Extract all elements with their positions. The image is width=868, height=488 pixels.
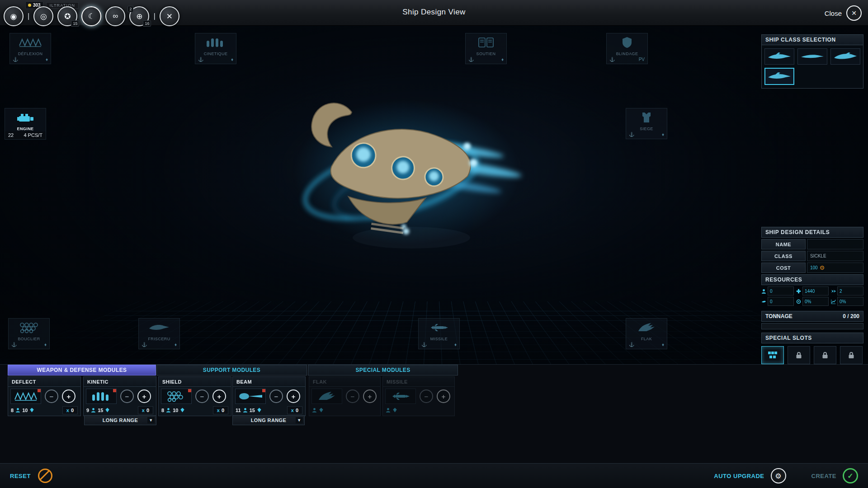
add-missile-button[interactable]: + xyxy=(437,389,450,403)
close-button[interactable]: Close ✕ xyxy=(825,5,862,21)
crew-icon xyxy=(312,408,317,413)
empire-icon[interactable]: ◎ xyxy=(33,6,53,26)
slot-label: FLAK xyxy=(626,337,667,342)
siege-slot-icon xyxy=(626,108,667,127)
ship-class-thumb-3[interactable] xyxy=(830,48,860,65)
tab-weapon-defense-modules[interactable]: WEAPON & DEFENSE MODULES xyxy=(8,365,156,375)
ship-class-thumb-2[interactable] xyxy=(797,48,827,65)
create-check-icon[interactable]: ✓ xyxy=(843,468,858,483)
reset-button[interactable]: RESET xyxy=(10,473,31,479)
gem-icon xyxy=(257,408,262,413)
slot-engine[interactable]: ENGINE 22 4 PCS/T xyxy=(5,108,46,140)
kinetic-range-dropdown[interactable]: LONG RANGE ▼ xyxy=(84,415,156,425)
create-button[interactable]: CREATE xyxy=(811,473,836,479)
crew-icon xyxy=(15,408,20,413)
cost-row: COST 100 ⚙ xyxy=(761,263,863,273)
industry-cost: 10 xyxy=(22,408,28,413)
special-slot-3-locked[interactable] xyxy=(814,346,836,364)
remove-kinetic-button[interactable]: − xyxy=(120,389,134,403)
slot-cinetique[interactable]: CINETIQUE ⚓♦ xyxy=(195,33,236,64)
diplomacy-icon[interactable]: ∞ xyxy=(105,6,125,26)
add-beam-button[interactable]: + xyxy=(287,389,300,403)
resource-value: 1440 xyxy=(802,286,829,296)
kinetic-slot-icon xyxy=(195,33,236,52)
slot-siege[interactable]: SIEGE ⚓♦ xyxy=(626,108,667,139)
remove-missile-button[interactable]: − xyxy=(420,389,433,403)
shield-slot-icon xyxy=(9,319,49,337)
name-label: NAME xyxy=(761,239,806,249)
special-slot-4-locked[interactable] xyxy=(840,346,863,364)
auto-upgrade-button[interactable]: AUTO UPGRADE xyxy=(714,473,764,479)
add-shield-button[interactable]: + xyxy=(212,389,226,403)
engine-pcs-value: 4 PCS/T xyxy=(24,132,42,138)
module-card-kinetic: KINETIC − + 9 15 x 0 xyxy=(83,376,156,416)
economy-icon[interactable]: ✪ 15 xyxy=(57,6,77,26)
special-slot-2-locked[interactable] xyxy=(788,346,810,364)
remove-beam-button[interactable]: − xyxy=(269,389,283,403)
slot-flak[interactable]: FLAK ⚓♦ xyxy=(626,318,667,349)
slot-deflexion[interactable]: DÉFLEXION ⚓♦ xyxy=(9,33,51,64)
tab-special-modules[interactable]: SPECIAL MODULES xyxy=(308,365,458,375)
tab-support-modules[interactable]: SUPPORT MODULES xyxy=(156,365,307,375)
ship-model[interactable] xyxy=(289,75,533,256)
module-name: BEAM xyxy=(233,377,305,387)
deflect-slot-icon xyxy=(10,33,51,52)
anchor-icon: ⚓ xyxy=(421,342,427,347)
remove-deflect-button[interactable]: − xyxy=(45,389,58,403)
anchor-icon: ⚓ xyxy=(468,57,474,62)
resource-value: 0 xyxy=(768,297,794,306)
military-icon[interactable]: ☾ xyxy=(81,6,101,26)
slot-missile[interactable]: MISSILE ⚓♦ xyxy=(418,318,460,349)
gem-icon: ♦ xyxy=(44,342,47,347)
name-field[interactable] xyxy=(807,239,863,249)
ship-class-thumb-4-selected[interactable] xyxy=(764,68,794,85)
economy-badge: 15 xyxy=(71,20,79,27)
add-deflect-button[interactable]: + xyxy=(62,389,75,403)
ship-thumb-icon xyxy=(767,52,792,61)
remove-shield-button[interactable]: − xyxy=(195,389,209,403)
name-row: NAME xyxy=(761,239,863,249)
anchor-icon: ⚓ xyxy=(142,342,147,347)
slot-soutien[interactable]: SOUTIEN ⚓♦ xyxy=(465,33,507,64)
speed-icon xyxy=(831,289,836,294)
beam-range-dropdown[interactable]: LONG RANGE ▼ xyxy=(232,415,305,425)
resources-row-2: 0 0% 0% xyxy=(761,297,863,306)
slot-label: MISSILE xyxy=(419,337,459,342)
add-kinetic-button[interactable]: + xyxy=(137,389,151,403)
auto-upgrade-gear-icon[interactable]: ⚙ xyxy=(771,468,786,483)
lock-icon xyxy=(822,352,828,359)
count-x: x xyxy=(217,408,220,413)
special-slots-title: SPECIAL SLOTS xyxy=(761,333,863,343)
slot-label: BOUCLIER xyxy=(9,337,49,342)
menu-icon[interactable]: ✕ xyxy=(160,6,179,26)
gem-icon: ♦ xyxy=(175,342,177,347)
module-card-flak: FLAK − + xyxy=(309,376,381,416)
ship-viewport[interactable] xyxy=(0,25,868,364)
crew-icon xyxy=(166,408,171,413)
slot-bouclier[interactable]: BOUCLIER ⚓♦ xyxy=(8,318,50,349)
gem-icon xyxy=(105,408,110,413)
module-card-beam: BEAM − + 11 15 x 0 xyxy=(232,376,306,416)
close-icon[interactable]: ✕ xyxy=(846,5,862,21)
module-count-box: x 0 xyxy=(213,406,228,414)
ship-class-thumb-1[interactable] xyxy=(764,48,794,65)
module-stats: 9 15 x 0 xyxy=(84,406,156,414)
ship-class-grid xyxy=(761,45,863,89)
resources-header: RESOURCES xyxy=(761,274,863,285)
gem-icon xyxy=(392,408,397,413)
gem-icon xyxy=(29,408,34,413)
ship-model-graphic xyxy=(289,75,533,256)
industry-cost: 10 xyxy=(173,408,178,413)
slot-blindage[interactable]: BLINDAGE ⚓PV xyxy=(606,33,648,64)
add-flak-button[interactable]: + xyxy=(363,389,377,403)
reset-icon[interactable] xyxy=(38,469,52,483)
count-value: 0 xyxy=(146,408,149,413)
slot-label: FRISCERU xyxy=(139,337,179,342)
special-slot-1[interactable] xyxy=(761,346,784,364)
research-icon[interactable]: ◉ xyxy=(4,6,24,26)
remove-flak-button[interactable]: − xyxy=(346,389,359,403)
slot-frisceru[interactable]: FRISCERU ⚓♦ xyxy=(138,318,180,349)
chevron-down-icon: ▼ xyxy=(296,417,303,423)
resource-cell: 0% xyxy=(796,297,829,306)
academy-icon[interactable]: ⊕ 2 16 xyxy=(129,6,149,26)
